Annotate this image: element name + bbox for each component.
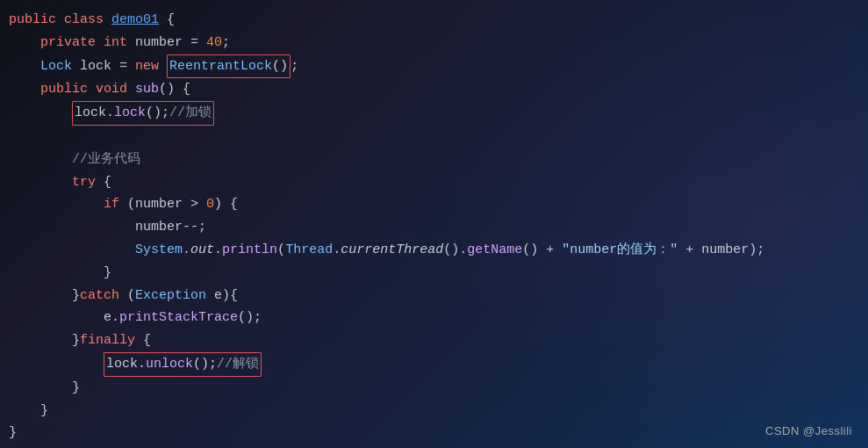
brace-close-try: } (72, 285, 80, 307)
dot1: . (106, 105, 114, 120)
paren-catch-close: ){ (222, 285, 238, 307)
highlight-reentrantlock: ReentrantLock() (167, 54, 291, 79)
op-gt: > (190, 193, 206, 216)
indent-2 (9, 32, 40, 54)
code-line-9: if (number > 0) { (9, 193, 868, 216)
highlight-locklock: lock.lock();//加锁 (72, 101, 214, 126)
var-e2: e (104, 307, 111, 329)
parens-pst: (); (238, 307, 262, 329)
code-line-16: lock.unlock();//解锁 (9, 352, 868, 377)
code-line-11: System.out.println(Thread.currentThread(… (9, 239, 868, 262)
indent-16 (9, 353, 104, 376)
op-plus: + (546, 239, 562, 262)
paren-println-open: ( (277, 239, 285, 262)
var-e: e (214, 285, 222, 307)
parens-gn: () (522, 239, 546, 262)
indent-17 (9, 377, 72, 400)
indent-5 (9, 102, 72, 125)
parens-ct: () (443, 239, 459, 262)
class-name-demo01: demo01 (111, 9, 159, 32)
var-lock3: lock (106, 357, 138, 372)
keyword-public: public (9, 9, 64, 32)
code-line-1: public class demo01 { (9, 9, 868, 32)
keyword-int: int (104, 32, 135, 54)
brace-close-finally: } (72, 377, 80, 400)
semicolon2: ; (291, 55, 298, 78)
dot2: . (183, 239, 190, 262)
op-decrement: -- (183, 216, 198, 239)
cls-system: System (135, 239, 183, 262)
code-line-10: number--; (9, 216, 868, 239)
keyword-public2: public (40, 78, 96, 101)
highlight-lockunlock: lock.unlock();//解锁 (104, 352, 262, 377)
code-line-8: try { (9, 171, 868, 194)
keyword-catch: catch (80, 285, 127, 307)
fn-printstacktrace: printStackTrace (119, 307, 238, 329)
try-brace: { (96, 171, 111, 194)
fn-sub: sub (135, 78, 159, 101)
code-line-14: e.printStackTrace(); (9, 307, 868, 329)
keyword-private: private (40, 32, 104, 54)
type-lock: Lock (40, 55, 80, 78)
keyword-if: if (104, 193, 127, 216)
keyword-try: try (72, 171, 96, 194)
code-line-13: }catch (Exception e){ (9, 285, 868, 307)
code-line-4: public void sub() { (9, 78, 868, 101)
code-line-3: Lock lock = new ReentrantLock(); (9, 54, 868, 79)
code-line-2: private int number = 40; (9, 32, 868, 54)
parens-lock: (); (146, 105, 169, 120)
var-out: out (190, 239, 214, 262)
fn-getname: getName (467, 239, 522, 262)
brace-close-sub: } (40, 400, 48, 423)
indent-3 (9, 55, 40, 78)
code-container: public class demo01 { private int number… (0, 0, 868, 448)
code-line-12: } (9, 262, 868, 285)
num-0: 0 (206, 193, 214, 216)
var-number3: number (135, 216, 183, 239)
cls-thread: Thread (285, 239, 333, 262)
var-lock: lock (80, 55, 119, 78)
parens-reentrantlock: () (272, 59, 288, 74)
dot5: . (459, 239, 467, 262)
op-equals: = (190, 32, 206, 54)
indent-11 (9, 239, 135, 262)
cls-exception: Exception (135, 285, 214, 307)
dot3: . (214, 239, 222, 262)
semicolon1: ; (222, 32, 230, 54)
keyword-new: new (135, 55, 167, 78)
semicolon3: ; (198, 216, 206, 239)
indent-18 (9, 400, 40, 423)
paren-catch-open: ( (127, 285, 135, 307)
str-number-value: "number的值为：" (562, 239, 678, 262)
fn-currentthread: currentThread (341, 239, 443, 262)
indent-8 (9, 171, 72, 194)
brace-close-catch: } (72, 329, 80, 352)
comment-lock: //加锁 (169, 105, 212, 120)
paren-if-open: ( (127, 193, 135, 216)
code-line-6 (9, 126, 868, 148)
brace-finally: { (143, 329, 151, 352)
parens-unlock: (); (193, 357, 217, 372)
dot6: . (111, 307, 119, 329)
indent-4 (9, 78, 40, 101)
code-line-19: } (9, 422, 868, 444)
indent-15 (9, 329, 72, 352)
fn-unlock: unlock (146, 357, 193, 372)
code-line-18: } (9, 400, 868, 423)
comment-business: //业务代码 (72, 148, 140, 171)
brace-close-class: } (9, 422, 17, 444)
num-40: 40 (206, 32, 222, 54)
op-equals2: = (119, 55, 135, 78)
parens-sub: () { (159, 78, 190, 101)
paren-println-close: ); (749, 239, 764, 262)
var-lock2: lock (75, 105, 106, 120)
var-number: number (135, 32, 190, 54)
fn-println: println (222, 239, 277, 262)
var-number4: number (701, 239, 749, 262)
watermark: CSDN @Jesslili (765, 424, 852, 437)
fn-lock: lock (114, 105, 146, 120)
keyword-finally: finally (80, 329, 143, 352)
op-plus2: + (678, 239, 701, 262)
code-line-15: }finally { (9, 329, 868, 352)
brace-close-if: } (104, 262, 111, 285)
